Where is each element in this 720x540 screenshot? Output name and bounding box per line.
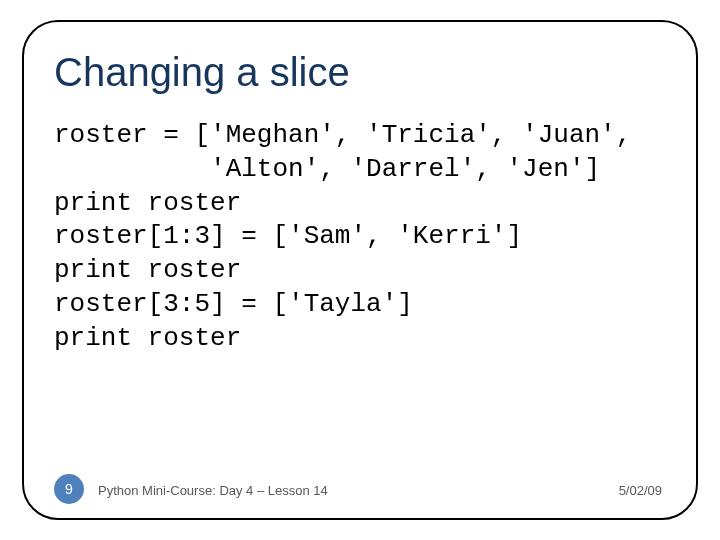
slide: Changing a slice roster = ['Meghan', 'Tr… [0,0,720,540]
code-line: roster[3:5] = ['Tayla'] [54,289,413,319]
page-number-badge: 9 [54,474,84,504]
code-line: roster[1:3] = ['Sam', 'Kerri'] [54,221,522,251]
code-line: roster = ['Meghan', 'Tricia', 'Juan', [54,120,631,150]
code-line: print roster [54,323,241,353]
code-line: 'Alton', 'Darrel', 'Jen'] [54,154,600,184]
footer-date: 5/02/09 [619,483,662,498]
footer-course-text: Python Mini-Course: Day 4 – Lesson 14 [98,483,328,498]
slide-frame: Changing a slice roster = ['Meghan', 'Tr… [22,20,698,520]
slide-title: Changing a slice [54,50,666,95]
code-line: print roster [54,188,241,218]
slide-footer: 9 Python Mini-Course: Day 4 – Lesson 14 … [24,474,696,504]
code-line: print roster [54,255,241,285]
code-block: roster = ['Meghan', 'Tricia', 'Juan', 'A… [54,119,666,356]
